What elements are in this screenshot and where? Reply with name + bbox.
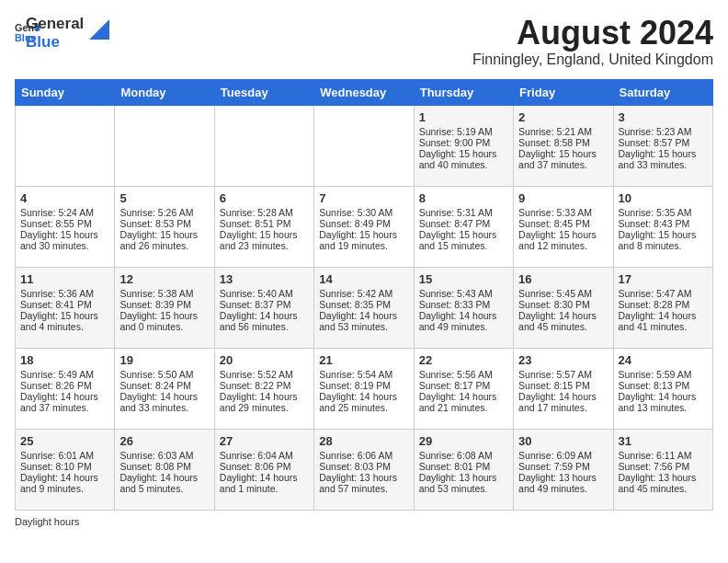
daylight-text: Daylight: 14 hours and 33 minutes. xyxy=(119,391,209,413)
calendar-cell: 28Sunrise: 6:06 AMSunset: 8:03 PMDayligh… xyxy=(314,429,414,510)
daylight-text: Daylight: 14 hours and 56 minutes. xyxy=(220,310,309,332)
calendar-cell: 18Sunrise: 5:49 AMSunset: 8:26 PMDayligh… xyxy=(16,348,115,429)
sunrise-text: Sunrise: 5:24 AM xyxy=(20,207,109,218)
sunrise-text: Sunrise: 5:23 AM xyxy=(619,126,708,137)
sunset-text: Sunset: 8:35 PM xyxy=(319,299,408,310)
calendar-cell: 1Sunrise: 5:19 AMSunset: 9:00 PMDaylight… xyxy=(414,105,513,186)
sunrise-text: Sunrise: 5:30 AM xyxy=(319,207,408,218)
calendar-cell: 9Sunrise: 5:33 AMSunset: 8:45 PMDaylight… xyxy=(514,186,613,267)
logo-general: General xyxy=(26,15,84,33)
sunset-text: Sunset: 8:45 PM xyxy=(518,218,608,229)
sunrise-text: Sunrise: 5:33 AM xyxy=(518,207,608,218)
sunrise-text: Sunrise: 5:38 AM xyxy=(119,288,209,299)
daylight-text: Daylight: 15 hours and 12 minutes. xyxy=(518,229,608,251)
calendar-cell: 30Sunrise: 6:09 AMSunset: 7:59 PMDayligh… xyxy=(514,429,613,510)
sunset-text: Sunset: 8:24 PM xyxy=(119,380,209,391)
calendar-cell xyxy=(314,105,414,186)
day-number: 28 xyxy=(319,434,408,448)
daylight-text: Daylight: 14 hours and 17 minutes. xyxy=(518,391,608,413)
day-number: 3 xyxy=(619,110,708,124)
logo: General Blue General Blue xyxy=(15,15,109,52)
sunrise-text: Sunrise: 5:21 AM xyxy=(518,126,608,137)
sunset-text: Sunset: 8:53 PM xyxy=(119,218,209,229)
day-number: 29 xyxy=(419,434,508,448)
triangle-icon xyxy=(89,19,109,40)
calendar-cell: 17Sunrise: 5:47 AMSunset: 8:28 PMDayligh… xyxy=(613,267,712,348)
calendar-day-header: Saturday xyxy=(613,79,712,105)
day-number: 25 xyxy=(20,434,109,448)
sunset-text: Sunset: 8:08 PM xyxy=(119,461,209,472)
title-section: August 2024 Finningley, England, United … xyxy=(472,15,713,68)
calendar-cell: 4Sunrise: 5:24 AMSunset: 8:55 PMDaylight… xyxy=(16,186,115,267)
sunrise-text: Sunrise: 6:08 AM xyxy=(419,450,508,461)
sunset-text: Sunset: 8:10 PM xyxy=(20,461,109,472)
calendar-cell: 26Sunrise: 6:03 AMSunset: 8:08 PMDayligh… xyxy=(115,429,214,510)
day-number: 22 xyxy=(419,353,508,367)
daylight-text: Daylight: 14 hours and 1 minute. xyxy=(220,472,309,494)
calendar-cell xyxy=(214,105,313,186)
daylight-text: Daylight: 15 hours and 23 minutes. xyxy=(220,229,309,251)
daylight-text: Daylight: 15 hours and 30 minutes. xyxy=(20,229,109,251)
day-number: 24 xyxy=(619,353,708,367)
calendar-cell: 19Sunrise: 5:50 AMSunset: 8:24 PMDayligh… xyxy=(115,348,214,429)
calendar-day-header: Tuesday xyxy=(214,79,313,105)
day-number: 13 xyxy=(220,272,309,286)
sunrise-text: Sunrise: 5:36 AM xyxy=(20,288,109,299)
calendar-cell: 23Sunrise: 5:57 AMSunset: 8:15 PMDayligh… xyxy=(514,348,613,429)
day-number: 27 xyxy=(220,434,309,448)
day-number: 21 xyxy=(319,353,408,367)
daylight-text: Daylight: 15 hours and 37 minutes. xyxy=(518,148,608,170)
calendar-cell: 21Sunrise: 5:54 AMSunset: 8:19 PMDayligh… xyxy=(314,348,414,429)
daylight-text: Daylight: 13 hours and 45 minutes. xyxy=(619,472,708,494)
daylight-text: Daylight: 14 hours and 45 minutes. xyxy=(518,310,608,332)
sunset-text: Sunset: 8:33 PM xyxy=(419,299,508,310)
calendar-cell: 15Sunrise: 5:43 AMSunset: 8:33 PMDayligh… xyxy=(414,267,513,348)
day-number: 16 xyxy=(518,272,608,286)
daylight-text: Daylight: 15 hours and 0 minutes. xyxy=(119,310,209,332)
sunrise-text: Sunrise: 5:54 AM xyxy=(319,369,408,380)
calendar-cell: 7Sunrise: 5:30 AMSunset: 8:49 PMDaylight… xyxy=(314,186,414,267)
calendar-cell: 27Sunrise: 6:04 AMSunset: 8:06 PMDayligh… xyxy=(214,429,313,510)
day-number: 30 xyxy=(518,434,608,448)
sunrise-text: Sunrise: 6:11 AM xyxy=(619,450,708,461)
sunset-text: Sunset: 8:37 PM xyxy=(220,299,309,310)
sunrise-text: Sunrise: 5:59 AM xyxy=(619,369,708,380)
calendar-cell: 24Sunrise: 5:59 AMSunset: 8:13 PMDayligh… xyxy=(613,348,712,429)
day-number: 20 xyxy=(220,353,309,367)
sunrise-text: Sunrise: 5:43 AM xyxy=(419,288,508,299)
day-number: 1 xyxy=(419,110,508,124)
day-number: 19 xyxy=(119,353,209,367)
day-number: 4 xyxy=(20,191,109,205)
day-number: 9 xyxy=(518,191,608,205)
daylight-text: Daylight: 15 hours and 8 minutes. xyxy=(619,229,708,251)
sunset-text: Sunset: 8:49 PM xyxy=(319,218,408,229)
daylight-text: Daylight: 14 hours and 21 minutes. xyxy=(419,391,508,413)
day-number: 11 xyxy=(20,272,109,286)
calendar-cell: 12Sunrise: 5:38 AMSunset: 8:39 PMDayligh… xyxy=(115,267,214,348)
sunset-text: Sunset: 8:06 PM xyxy=(220,461,309,472)
calendar-cell xyxy=(115,105,214,186)
calendar-cell: 5Sunrise: 5:26 AMSunset: 8:53 PMDaylight… xyxy=(115,186,214,267)
sunset-text: Sunset: 9:00 PM xyxy=(419,137,508,148)
day-number: 31 xyxy=(619,434,708,448)
sunrise-text: Sunrise: 6:09 AM xyxy=(518,450,608,461)
sunset-text: Sunset: 8:57 PM xyxy=(619,137,708,148)
day-number: 15 xyxy=(419,272,508,286)
sunset-text: Sunset: 8:30 PM xyxy=(518,299,608,310)
day-number: 23 xyxy=(518,353,608,367)
sunrise-text: Sunrise: 5:50 AM xyxy=(119,369,209,380)
sunrise-text: Sunrise: 6:06 AM xyxy=(319,450,408,461)
sunset-text: Sunset: 8:26 PM xyxy=(20,380,109,391)
daylight-text: Daylight: 14 hours and 41 minutes. xyxy=(619,310,708,332)
sunrise-text: Sunrise: 5:56 AM xyxy=(419,369,508,380)
daylight-text: Daylight: 13 hours and 57 minutes. xyxy=(319,472,408,494)
daylight-text: Daylight: 15 hours and 26 minutes. xyxy=(119,229,209,251)
calendar-cell: 25Sunrise: 6:01 AMSunset: 8:10 PMDayligh… xyxy=(16,429,115,510)
calendar-week-row: 18Sunrise: 5:49 AMSunset: 8:26 PMDayligh… xyxy=(16,348,713,429)
sunset-text: Sunset: 8:19 PM xyxy=(319,380,408,391)
calendar-day-header: Monday xyxy=(115,79,214,105)
sunset-text: Sunset: 8:39 PM xyxy=(119,299,209,310)
sunrise-text: Sunrise: 5:26 AM xyxy=(119,207,209,218)
sunrise-text: Sunrise: 5:31 AM xyxy=(419,207,508,218)
calendar-week-row: 4Sunrise: 5:24 AMSunset: 8:55 PMDaylight… xyxy=(16,186,713,267)
